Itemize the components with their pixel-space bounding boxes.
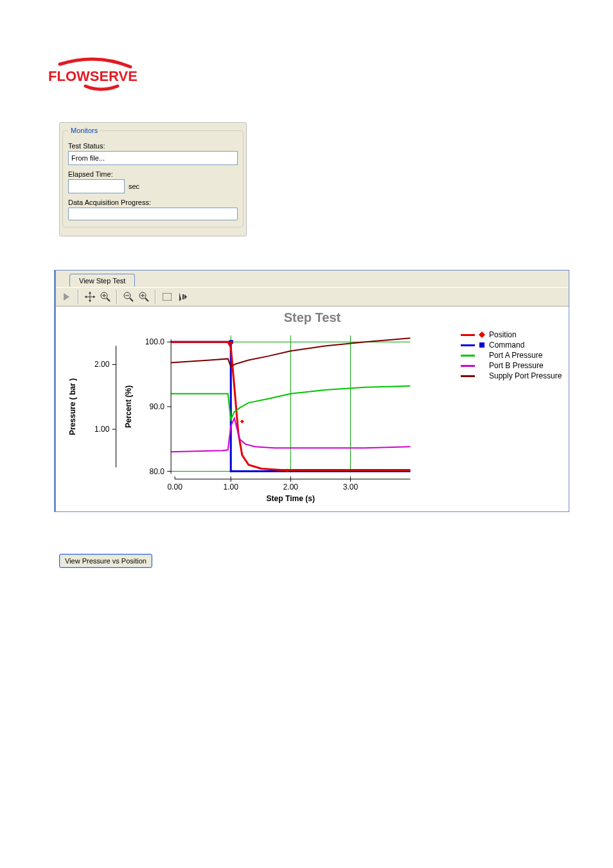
daq-progress-label: Data Acquisition Progress: — [68, 199, 238, 206]
elapsed-time-label: Elapsed Time: — [68, 170, 238, 178]
monitors-panel: Monitors Test Status: From file... Elaps… — [59, 122, 247, 236]
cursor-button[interactable] — [175, 290, 190, 304]
y1-axis-label: Pressure ( bar ) — [68, 378, 77, 436]
test-status-label: Test Status: — [68, 142, 238, 150]
legend-label: Supply Port Pressure — [489, 371, 562, 380]
svg-line-15 — [145, 298, 148, 301]
svg-marker-5 — [85, 296, 87, 298]
daq-progress-bar — [68, 208, 238, 220]
svg-rect-18 — [163, 293, 172, 301]
monitors-fieldset: Monitors Test Status: From file... Elaps… — [62, 127, 244, 227]
test-status-value: From file... — [71, 154, 105, 162]
logo: FLOWSERVE — [48, 57, 145, 94]
y2-tick: 90.0 — [150, 402, 165, 411]
zoom-in-button[interactable] — [137, 290, 151, 304]
toolbar-separator — [78, 290, 79, 304]
svg-marker-21 — [184, 294, 187, 299]
svg-marker-4 — [89, 300, 91, 302]
legend-item: Port A Pressure — [461, 351, 564, 360]
test-status-field: From file... — [68, 151, 238, 165]
svg-rect-44 — [479, 342, 484, 348]
y2-tick: 100.0 — [145, 337, 164, 346]
button-label: View Pressure vs Position — [65, 557, 147, 565]
legend-item: Supply Port Pressure — [461, 371, 564, 380]
zoom-area-button[interactable] — [98, 290, 112, 304]
chart-tab[interactable]: View Step Test — [69, 274, 135, 287]
x-axis-label: Step Time (s) — [267, 494, 315, 503]
legend-label: Command — [489, 341, 524, 350]
view-pressure-vs-position-button[interactable]: View Pressure vs Position — [59, 554, 152, 568]
play-button[interactable] — [60, 290, 74, 304]
chart-toolbar — [56, 287, 569, 306]
toolbar-separator — [155, 290, 156, 304]
svg-marker-3 — [89, 292, 91, 294]
logo-text: FLOWSERVE — [48, 68, 138, 84]
y2-tick: 80.0 — [150, 467, 165, 476]
x-tick: 2.00 — [283, 483, 299, 492]
legend-label: Port A Pressure — [489, 351, 542, 360]
svg-marker-0 — [64, 293, 69, 301]
legend-label: Position — [489, 330, 517, 339]
chart-tab-label: View Step Test — [79, 277, 125, 285]
svg-marker-6 — [93, 296, 95, 298]
svg-line-8 — [107, 298, 110, 301]
x-tick: 3.00 — [343, 483, 359, 492]
svg-marker-29 — [240, 420, 244, 423]
y2-axis-label: Percent (%) — [124, 385, 133, 428]
svg-line-12 — [130, 298, 133, 301]
plot-area: Step Test — [56, 306, 569, 511]
x-tick: 0.00 — [167, 483, 182, 492]
x-tick: 1.00 — [223, 483, 238, 492]
monitors-legend: Monitors — [68, 127, 100, 134]
legend-label: Port B Pressure — [489, 361, 544, 370]
legend-item: Port B Pressure — [461, 361, 564, 370]
legend-item: Position — [461, 330, 564, 339]
zoom-out-button[interactable] — [121, 290, 136, 304]
y1-tick: 1.00 — [94, 425, 110, 434]
chart-legend: Position Command Port A Pressure — [456, 326, 564, 506]
chart-svg[interactable]: 100.0 90.0 80.0 Percent (%) 2.00 1.00 Pr… — [61, 326, 456, 506]
fit-button[interactable] — [160, 290, 174, 304]
elapsed-time-field — [68, 179, 125, 193]
square-marker-icon — [479, 342, 485, 348]
y1-tick: 2.00 — [94, 360, 110, 369]
diamond-marker-icon — [479, 332, 485, 338]
elapsed-time-unit: sec — [129, 182, 139, 190]
svg-marker-43 — [479, 332, 485, 338]
toolbar-separator — [116, 290, 118, 304]
pan-button[interactable] — [83, 290, 97, 304]
plot-title: Step Test — [61, 310, 564, 325]
legend-item: Command — [461, 341, 564, 350]
svg-marker-19 — [179, 292, 181, 301]
chart-window: Step Test — [54, 270, 569, 512]
